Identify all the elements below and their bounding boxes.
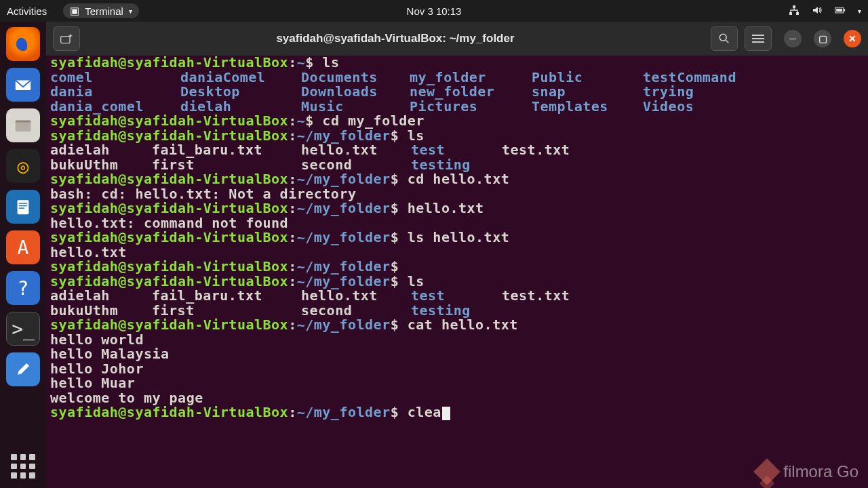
show-applications[interactable] <box>9 453 37 480</box>
output-line: hello.txt <box>50 244 127 260</box>
svg-rect-18 <box>752 41 764 43</box>
ls-row: comeldaniaComelDocumentsmy_folderPublict… <box>50 69 736 85</box>
output-line: welcome to my page <box>50 390 203 406</box>
svg-rect-14 <box>61 37 70 43</box>
svg-rect-5 <box>836 8 842 11</box>
output-line: hello world <box>50 331 144 348</box>
svg-rect-10 <box>18 200 29 214</box>
dock-software[interactable]: A <box>6 230 40 264</box>
network-icon[interactable] <box>789 5 800 18</box>
svg-rect-16 <box>752 35 764 36</box>
volume-icon[interactable] <box>812 5 823 18</box>
ls-row: bukuUthmfirstsecondtesting <box>50 302 502 319</box>
terminal-window: syafidah@syafidah-VirtualBox: ~/my_folde… <box>46 22 868 488</box>
dock: ◎ A ? >_ <box>0 22 46 488</box>
error-line: bash: cd: hello.txt: Not a directory <box>50 186 356 202</box>
app-menu[interactable]: ▣ Terminal ▾ <box>63 3 139 18</box>
dock-editor[interactable] <box>6 352 40 386</box>
new-tab-button[interactable] <box>53 26 80 51</box>
output-line: hello Muar <box>50 375 135 391</box>
svg-point-15 <box>719 34 726 41</box>
svg-rect-4 <box>844 9 845 12</box>
clock[interactable]: Nov 3 10:13 <box>407 5 462 17</box>
ls-row: adielahfail_baru.txthello.txttesttest.tx… <box>50 287 570 304</box>
svg-rect-2 <box>796 12 799 15</box>
menu-button[interactable] <box>745 26 772 51</box>
dock-files[interactable] <box>6 108 40 142</box>
app-menu-label: Terminal <box>85 5 123 17</box>
dock-terminal[interactable]: >_ <box>6 312 40 346</box>
dock-help[interactable]: ? <box>6 271 40 305</box>
chevron-down-icon[interactable]: ▾ <box>858 7 861 15</box>
minimize-button[interactable]: ─ <box>784 30 802 47</box>
gnome-topbar: Activities ▣ Terminal ▾ Nov 3 10:13 ▾ <box>0 0 868 22</box>
svg-rect-17 <box>752 38 764 39</box>
dock-rhythmbox[interactable]: ◎ <box>6 149 40 183</box>
chevron-down-icon: ▾ <box>129 7 132 15</box>
cursor <box>442 407 450 420</box>
svg-rect-11 <box>19 203 28 203</box>
ls-row: adielahfail_baru.txthello.txttesttest.tx… <box>50 142 570 158</box>
close-button[interactable]: ✕ <box>844 30 861 47</box>
svg-rect-1 <box>789 12 792 15</box>
watermark-text: filmora Go <box>783 462 859 481</box>
terminal-content[interactable]: syafidah@syafidah-VirtualBox:~$ ls comel… <box>46 56 868 488</box>
watermark: filmora Go <box>757 462 859 481</box>
dock-firefox[interactable] <box>6 27 40 61</box>
ls-row: dania_comeldielahMusicPicturesTemplatesV… <box>50 98 694 115</box>
activities-button[interactable]: Activities <box>7 5 47 17</box>
output-line: hello Johor <box>50 361 144 377</box>
svg-rect-12 <box>19 205 28 206</box>
maximize-button[interactable]: ▢ <box>814 30 831 47</box>
terminal-icon: ▣ <box>70 5 79 17</box>
dock-libreoffice[interactable] <box>6 190 40 224</box>
svg-rect-9 <box>16 123 31 132</box>
svg-rect-0 <box>793 5 795 8</box>
svg-rect-13 <box>19 207 24 208</box>
window-title: syafidah@syafidah-VirtualBox: ~/my_folde… <box>87 32 704 45</box>
error-line: hello.txt: command not found <box>50 215 288 231</box>
titlebar: syafidah@syafidah-VirtualBox: ~/my_folde… <box>46 22 868 56</box>
search-button[interactable] <box>711 26 738 51</box>
output-line: hello Malaysia <box>50 346 170 362</box>
ls-row: daniaDesktopDownloadsnew_foldersnaptryin… <box>50 83 694 100</box>
dock-thunderbird[interactable] <box>6 68 40 102</box>
battery-icon[interactable] <box>835 5 846 18</box>
filmora-icon <box>753 458 781 485</box>
ls-row: bukuUthmfirstsecondtesting <box>50 157 502 173</box>
